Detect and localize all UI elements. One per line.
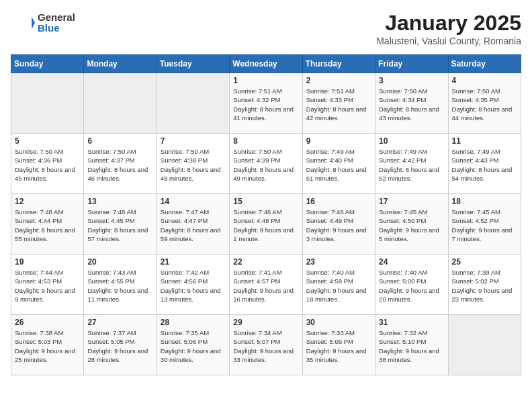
day-number: 2 xyxy=(306,76,371,85)
calendar-cell: 25Sunrise: 7:39 AM Sunset: 5:02 PM Dayli… xyxy=(448,255,521,315)
calendar-cell: 24Sunrise: 7:40 AM Sunset: 5:00 PM Dayli… xyxy=(375,255,448,315)
calendar-cell: 7Sunrise: 7:50 AM Sunset: 4:38 PM Daylig… xyxy=(157,134,229,194)
day-info: Sunrise: 7:50 AM Sunset: 4:39 PM Dayligh… xyxy=(233,147,298,183)
calendar-cell: 9Sunrise: 7:49 AM Sunset: 4:40 PM Daylig… xyxy=(302,134,375,194)
month-title: January 2025 xyxy=(376,11,521,36)
column-header-monday: Monday xyxy=(84,55,157,73)
day-info: Sunrise: 7:42 AM Sunset: 4:56 PM Dayligh… xyxy=(161,268,226,304)
calendar-table: SundayMondayTuesdayWednesdayThursdayFrid… xyxy=(11,54,521,375)
day-number: 18 xyxy=(452,197,517,206)
day-number: 6 xyxy=(87,136,152,146)
day-info: Sunrise: 7:48 AM Sunset: 4:45 PM Dayligh… xyxy=(87,208,152,243)
svg-marker-0 xyxy=(32,17,35,29)
calendar-cell: 8Sunrise: 7:50 AM Sunset: 4:39 PM Daylig… xyxy=(230,134,302,194)
column-header-saturday: Saturday xyxy=(448,55,521,73)
logo-blue-text: Blue xyxy=(38,23,75,34)
day-number: 4 xyxy=(452,76,517,85)
day-number: 26 xyxy=(15,318,80,327)
day-number: 11 xyxy=(452,136,517,146)
day-number: 13 xyxy=(87,197,152,206)
calendar-cell: 21Sunrise: 7:42 AM Sunset: 4:56 PM Dayli… xyxy=(157,255,229,315)
calendar-cell: 28Sunrise: 7:35 AM Sunset: 5:06 PM Dayli… xyxy=(157,315,229,375)
calendar-cell: 10Sunrise: 7:49 AM Sunset: 4:42 PM Dayli… xyxy=(375,134,448,194)
day-info: Sunrise: 7:43 AM Sunset: 4:55 PM Dayligh… xyxy=(87,268,152,304)
calendar-cell: 27Sunrise: 7:37 AM Sunset: 5:05 PM Dayli… xyxy=(84,315,157,375)
day-number: 30 xyxy=(306,318,371,327)
calendar-cell: 18Sunrise: 7:45 AM Sunset: 4:52 PM Dayli… xyxy=(448,194,521,255)
day-number: 22 xyxy=(233,257,298,267)
calendar-cell: 17Sunrise: 7:45 AM Sunset: 4:50 PM Dayli… xyxy=(375,194,448,255)
calendar-cell: 1Sunrise: 7:51 AM Sunset: 4:32 PM Daylig… xyxy=(230,73,302,134)
header-row: SundayMondayTuesdayWednesdayThursdayFrid… xyxy=(11,55,521,73)
day-number: 19 xyxy=(15,257,80,267)
day-info: Sunrise: 7:40 AM Sunset: 5:00 PM Dayligh… xyxy=(379,268,444,304)
logo-svg xyxy=(11,11,35,35)
column-header-wednesday: Wednesday xyxy=(230,55,302,73)
column-header-thursday: Thursday xyxy=(302,55,375,73)
week-row-2: 5Sunrise: 7:50 AM Sunset: 4:36 PM Daylig… xyxy=(11,134,521,194)
calendar-cell: 14Sunrise: 7:47 AM Sunset: 4:47 PM Dayli… xyxy=(157,194,229,255)
calendar-cell: 13Sunrise: 7:48 AM Sunset: 4:45 PM Dayli… xyxy=(84,194,157,255)
day-number: 29 xyxy=(233,318,298,327)
calendar-cell: 5Sunrise: 7:50 AM Sunset: 4:36 PM Daylig… xyxy=(11,134,84,194)
day-number: 12 xyxy=(15,197,80,206)
day-number: 24 xyxy=(379,257,444,267)
subtitle: Malusteni, Vaslui County, Romania xyxy=(376,36,521,46)
calendar-cell: 4Sunrise: 7:50 AM Sunset: 4:35 PM Daylig… xyxy=(448,73,521,134)
calendar-cell: 23Sunrise: 7:40 AM Sunset: 4:59 PM Dayli… xyxy=(302,255,375,315)
calendar-cell: 11Sunrise: 7:49 AM Sunset: 4:43 PM Dayli… xyxy=(448,134,521,194)
day-number: 31 xyxy=(379,318,444,327)
day-info: Sunrise: 7:32 AM Sunset: 5:10 PM Dayligh… xyxy=(379,328,444,364)
day-number: 28 xyxy=(161,318,226,327)
day-number: 10 xyxy=(379,136,444,146)
day-info: Sunrise: 7:50 AM Sunset: 4:38 PM Dayligh… xyxy=(161,147,226,183)
day-info: Sunrise: 7:48 AM Sunset: 4:44 PM Dayligh… xyxy=(15,208,80,243)
day-info: Sunrise: 7:49 AM Sunset: 4:43 PM Dayligh… xyxy=(452,147,517,183)
calendar-cell: 15Sunrise: 7:46 AM Sunset: 4:48 PM Dayli… xyxy=(230,194,302,255)
day-info: Sunrise: 7:50 AM Sunset: 4:37 PM Dayligh… xyxy=(87,147,152,183)
calendar-cell: 2Sunrise: 7:51 AM Sunset: 4:33 PM Daylig… xyxy=(302,73,375,134)
day-info: Sunrise: 7:45 AM Sunset: 4:52 PM Dayligh… xyxy=(452,208,517,243)
page-header: General Blue January 2025 Malusteni, Vas… xyxy=(11,11,521,46)
day-info: Sunrise: 7:44 AM Sunset: 4:53 PM Dayligh… xyxy=(15,268,80,304)
logo-general-text: General xyxy=(38,12,75,24)
calendar-cell: 12Sunrise: 7:48 AM Sunset: 4:44 PM Dayli… xyxy=(11,194,84,255)
day-info: Sunrise: 7:46 AM Sunset: 4:49 PM Dayligh… xyxy=(306,208,371,243)
day-number: 17 xyxy=(379,197,444,206)
day-info: Sunrise: 7:50 AM Sunset: 4:36 PM Dayligh… xyxy=(15,147,80,183)
day-info: Sunrise: 7:39 AM Sunset: 5:02 PM Dayligh… xyxy=(452,268,517,304)
calendar-cell: 31Sunrise: 7:32 AM Sunset: 5:10 PM Dayli… xyxy=(375,315,448,375)
day-number: 21 xyxy=(161,257,226,267)
column-header-friday: Friday xyxy=(375,55,448,73)
day-number: 8 xyxy=(233,136,298,146)
day-number: 23 xyxy=(306,257,371,267)
calendar-cell xyxy=(448,315,521,375)
calendar-cell xyxy=(11,73,84,134)
calendar-cell: 19Sunrise: 7:44 AM Sunset: 4:53 PM Dayli… xyxy=(11,255,84,315)
week-row-3: 12Sunrise: 7:48 AM Sunset: 4:44 PM Dayli… xyxy=(11,194,521,255)
day-info: Sunrise: 7:51 AM Sunset: 4:32 PM Dayligh… xyxy=(233,87,298,122)
day-info: Sunrise: 7:45 AM Sunset: 4:50 PM Dayligh… xyxy=(379,208,444,243)
day-number: 3 xyxy=(379,76,444,85)
day-number: 5 xyxy=(15,136,80,146)
column-header-tuesday: Tuesday xyxy=(157,55,229,73)
day-number: 9 xyxy=(306,136,371,146)
day-number: 15 xyxy=(233,197,298,206)
day-info: Sunrise: 7:38 AM Sunset: 5:03 PM Dayligh… xyxy=(15,328,80,364)
calendar-cell xyxy=(84,73,157,134)
day-info: Sunrise: 7:50 AM Sunset: 4:34 PM Dayligh… xyxy=(379,87,444,122)
calendar-cell: 16Sunrise: 7:46 AM Sunset: 4:49 PM Dayli… xyxy=(302,194,375,255)
calendar-cell: 26Sunrise: 7:38 AM Sunset: 5:03 PM Dayli… xyxy=(11,315,84,375)
calendar-cell xyxy=(157,73,229,134)
day-info: Sunrise: 7:49 AM Sunset: 4:42 PM Dayligh… xyxy=(379,147,444,183)
week-row-4: 19Sunrise: 7:44 AM Sunset: 4:53 PM Dayli… xyxy=(11,255,521,315)
week-row-1: 1Sunrise: 7:51 AM Sunset: 4:32 PM Daylig… xyxy=(11,73,521,134)
day-number: 14 xyxy=(161,197,226,206)
day-number: 25 xyxy=(452,257,517,267)
day-info: Sunrise: 7:46 AM Sunset: 4:48 PM Dayligh… xyxy=(233,208,298,243)
day-info: Sunrise: 7:49 AM Sunset: 4:40 PM Dayligh… xyxy=(306,147,371,183)
day-number: 16 xyxy=(306,197,371,206)
logo: General Blue xyxy=(11,11,75,35)
day-number: 27 xyxy=(87,318,152,327)
calendar-cell: 22Sunrise: 7:41 AM Sunset: 4:57 PM Dayli… xyxy=(230,255,302,315)
